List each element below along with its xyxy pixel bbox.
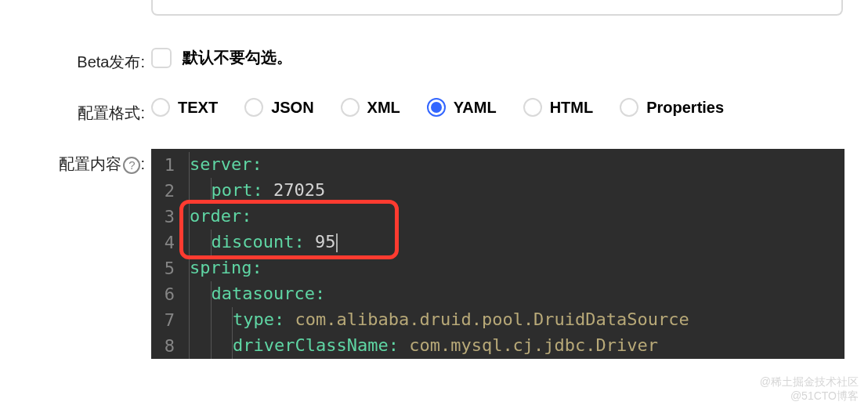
radio-label: HTML (550, 99, 594, 117)
radio-circle-icon[interactable] (427, 98, 446, 117)
code-content: type: com.alibaba.druid.pool.DruidDataSo… (189, 307, 689, 333)
content-label: 配置内容?: (0, 149, 145, 175)
watermark-line2: @51CTO博客 (760, 389, 859, 403)
content-row: 配置内容?: 1server:2 port: 270253order:4 dis… (0, 149, 868, 359)
beta-checkbox[interactable] (151, 48, 172, 68)
code-content: port: 27025 (189, 178, 325, 204)
code-editor[interactable]: 1server:2 port: 270253order:4 discount: … (151, 149, 844, 359)
line-number: 4 (151, 233, 189, 252)
editor-line[interactable]: 1server: (151, 152, 844, 178)
radio-circle-icon[interactable] (620, 98, 638, 117)
radio-circle-icon[interactable] (244, 98, 263, 117)
beta-hint: 默认不要勾选。 (183, 47, 292, 68)
help-icon[interactable]: ? (123, 157, 140, 174)
radio-label: Properties (646, 99, 724, 117)
radio-label: TEXT (178, 99, 218, 117)
radio-xml[interactable]: XML (341, 98, 400, 117)
radio-properties[interactable]: Properties (620, 98, 724, 117)
code-content: spring: (189, 255, 262, 281)
radio-html[interactable]: HTML (523, 98, 594, 117)
radio-yaml[interactable]: YAML (427, 98, 497, 117)
editor-line[interactable]: 4 discount: 95 (151, 230, 844, 255)
code-content: server: (189, 152, 262, 178)
radio-text[interactable]: TEXT (151, 98, 218, 117)
radio-label: XML (367, 99, 400, 117)
editor-line[interactable]: 2 port: 27025 (151, 178, 844, 204)
radio-circle-icon[interactable] (151, 98, 170, 117)
code-content: driverClassName: com.mysql.cj.jdbc.Drive… (189, 333, 658, 359)
editor-line[interactable]: 7 type: com.alibaba.druid.pool.DruidData… (151, 307, 844, 333)
radio-circle-icon[interactable] (523, 98, 542, 117)
radio-circle-icon[interactable] (341, 98, 360, 117)
watermark: @稀土掘金技术社区 @51CTO博客 (760, 375, 859, 403)
line-number: 3 (151, 207, 189, 226)
code-content: discount: 95 (189, 230, 338, 255)
line-number: 1 (151, 155, 189, 175)
line-number: 5 (151, 259, 189, 278)
content-label-text: 配置内容 (59, 155, 121, 172)
editor-line[interactable]: 3order: (151, 204, 844, 230)
line-number: 2 (151, 181, 189, 201)
format-radio-group: TEXTJSONXMLYAMLHTMLProperties (151, 98, 868, 117)
line-number: 6 (151, 284, 189, 304)
beta-label: Beta发布: (0, 47, 145, 73)
radio-json[interactable]: JSON (244, 98, 313, 117)
line-number: 8 (151, 336, 189, 356)
line-number: 7 (151, 310, 189, 330)
format-row: 配置格式: TEXTJSONXMLYAMLHTMLProperties (0, 98, 868, 124)
code-content: datasource: (189, 281, 325, 307)
radio-label: JSON (271, 99, 313, 117)
format-label: 配置格式: (0, 98, 145, 124)
radio-label: YAML (454, 99, 497, 117)
editor-line[interactable]: 8 driverClassName: com.mysql.cj.jdbc.Dri… (151, 333, 844, 359)
code-content: order: (189, 204, 251, 230)
top-input-remnant[interactable] (151, 0, 843, 16)
editor-line[interactable]: 6 datasource: (151, 281, 844, 307)
beta-row: Beta发布: 默认不要勾选。 (0, 47, 868, 73)
watermark-line1: @稀土掘金技术社区 (760, 375, 859, 389)
editor-line[interactable]: 5spring: (151, 255, 844, 281)
